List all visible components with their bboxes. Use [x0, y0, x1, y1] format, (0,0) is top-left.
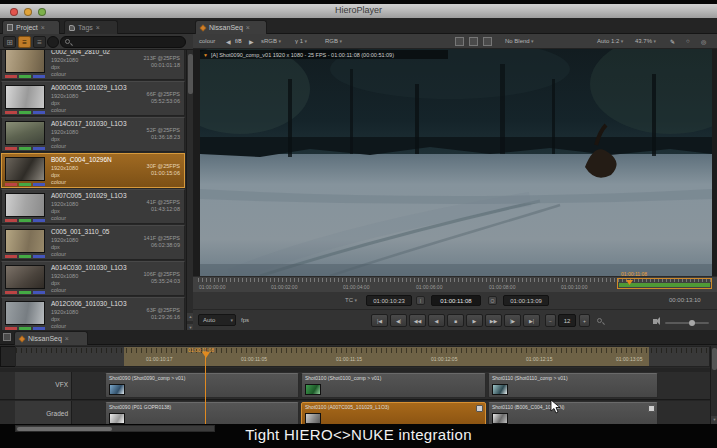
loupe-icon[interactable] — [597, 318, 602, 323]
timeline-clip-label: Shot0100 (Shot0100_comp > v01) — [305, 375, 381, 381]
roi-icon[interactable]: ○ — [686, 38, 690, 44]
proxy-select[interactable]: Auto 1:2 — [597, 38, 623, 44]
clip-name: A014C030_101030_L1O3 — [51, 264, 127, 271]
next-edit-button[interactable]: |▶ — [504, 314, 521, 327]
project-icon — [7, 24, 13, 31]
input-a-icon[interactable] — [455, 37, 464, 46]
wipe-compare-icon[interactable] — [469, 37, 478, 46]
input-b-icon[interactable] — [483, 37, 492, 46]
clip-item[interactable]: C005_001_3110_05 1920x1080dpxcolour 141F… — [1, 225, 185, 260]
tab-project[interactable]: Project × — [2, 20, 60, 34]
a-buffer-triangle-icon: ▼ — [203, 52, 208, 58]
list-view-button[interactable]: ≡ — [18, 36, 31, 48]
tab-viewer-nissanseq[interactable]: NissanSeq × — [195, 20, 267, 34]
timeline-scrollbar[interactable]: ▼ — [710, 346, 717, 426]
clip-name: A012C006_101030_L1O3 — [51, 300, 127, 307]
caption-text: Tight HIERO<>NUKE integration — [0, 426, 717, 443]
viewer-timeline-ruler[interactable]: 01:00:00:00 01:00:02:00 01:00:04:00 01:0… — [193, 276, 717, 292]
timeline-ruler[interactable]: 01:00:10:17 01:00:11:05 01:00:11:15 01:0… — [15, 346, 710, 367]
grid-view-button[interactable]: ⊞ — [3, 36, 16, 48]
colorspace-select[interactable]: sRGB — [261, 38, 281, 44]
clip-thumbnail — [5, 157, 45, 181]
tab-project-close-icon[interactable]: × — [41, 24, 45, 31]
timeline-clip[interactable]: Shot0100 (Shot0100_comp > v01) — [301, 373, 486, 398]
fast-forward-button[interactable]: ▶▶ — [485, 314, 502, 327]
viewer-image[interactable]: ▼ [A] Shot0090_comp_v01 1920 x 1080 - 25… — [200, 49, 712, 276]
set-in-button[interactable]: I — [416, 296, 425, 305]
tab-tags[interactable]: Tags × — [64, 20, 118, 34]
scroll-down-icon[interactable]: ▼ — [711, 416, 717, 424]
clip-microthumb — [492, 384, 508, 395]
detail-view-button[interactable]: ≡ — [33, 36, 46, 48]
ruler-ticks — [16, 348, 709, 353]
set-out-button[interactable]: O — [488, 296, 497, 305]
rgb-channels-icon — [5, 219, 45, 222]
viewer-toolbar: colour ◀ f/8 ▶ sRGB γ 1 RGB No Blend Aut… — [193, 34, 717, 49]
duration-label: 00:00:13:10 — [669, 297, 701, 303]
panel-layout-icon[interactable] — [3, 333, 11, 341]
goto-start-button[interactable]: |◀ — [371, 314, 388, 327]
window-titlebar: HieroPlayer — [0, 0, 717, 18]
playback-range[interactable] — [617, 278, 712, 289]
rgb-channels-icon — [5, 147, 45, 150]
snow-forest-frame — [200, 49, 712, 276]
soft-effect-badge-icon[interactable] — [648, 405, 655, 412]
out-point-field[interactable]: 01:00:13:09 — [503, 295, 549, 306]
filter-button[interactable] — [47, 36, 59, 48]
play-backward-button[interactable]: ◀ — [428, 314, 445, 327]
zoom-select[interactable]: 43.7% — [635, 38, 656, 44]
fps-select[interactable]: Auto — [198, 314, 236, 326]
timeline-clip-label: Shot0100 (A007C005_101029_L1O3) — [305, 404, 389, 410]
rewind-button[interactable]: ◀◀ — [409, 314, 426, 327]
gamma-control[interactable]: γ 1 — [295, 38, 307, 44]
clip-name: A000C005_101029_L1O3 — [51, 84, 127, 91]
search-input[interactable] — [60, 36, 186, 48]
clip-microthumb — [109, 384, 125, 395]
clip-item[interactable]: A014C017_101030_L1O3 1920x1080dpxcolour … — [1, 117, 185, 152]
volume-slider-handle[interactable] — [689, 320, 695, 326]
annotation-pencil-icon[interactable]: ✎ — [670, 38, 675, 45]
timeline-clip-label: Shot0090 (P01 GOPR0138) — [109, 404, 171, 410]
viewer-panel: NissanSeq × colour ◀ f/8 ▶ sRGB γ 1 RGB … — [193, 18, 717, 330]
channels-select[interactable]: RGB — [325, 38, 342, 44]
timeline-scrollbar-handle[interactable] — [712, 348, 717, 370]
prev-edit-button[interactable]: ◀| — [390, 314, 407, 327]
soft-effect-badge-icon[interactable] — [476, 405, 483, 412]
tag-icon — [69, 25, 75, 31]
current-frame-field[interactable]: 01:00:11:08 — [431, 295, 481, 306]
in-point-field[interactable]: 01:00:10:23 — [366, 295, 412, 306]
clip-meta: 1920x1080dpxcolour — [51, 57, 78, 78]
frame-step-field[interactable]: 12 — [558, 314, 576, 327]
volume-slider[interactable] — [665, 322, 709, 324]
goto-end-button[interactable]: ▶| — [523, 314, 540, 327]
blend-mode-select[interactable]: No Blend — [505, 38, 534, 44]
timeline-playhead-line[interactable] — [205, 356, 206, 424]
clip-thumbnail — [5, 193, 45, 217]
tab-tags-close-icon[interactable]: × — [96, 24, 100, 31]
step-increment-button[interactable]: + — [579, 314, 590, 327]
clip-item[interactable]: A007C005_101029_L1O3 1920x1080dpxcolour … — [1, 189, 185, 224]
stop-button[interactable]: ■ — [447, 314, 464, 327]
step-decrement-button[interactable]: − — [545, 314, 556, 327]
clip-item[interactable]: A014C030_101030_L1O3 1920x1080dpxcolour … — [1, 261, 185, 296]
gain-next-icon[interactable]: ▶ — [249, 38, 254, 45]
volume-icon[interactable] — [653, 319, 657, 324]
clip-microthumb — [305, 384, 321, 395]
clip-meta: 1920x1080dpxcolour — [51, 165, 78, 186]
gain-value[interactable]: f/8 — [235, 38, 242, 44]
bin-scrollbar[interactable]: ▲ ▼ — [186, 50, 193, 337]
tab-timeline-nissanseq[interactable]: NissanSeq × — [14, 331, 88, 345]
tab-timeline-close-icon[interactable]: × — [65, 335, 69, 342]
clip-item-selected[interactable]: B006_C004_10296N 1920x1080dpxcolour 30F … — [1, 153, 185, 188]
timeline-clip[interactable]: Shot0110 (Shot0110_comp > v01) — [488, 373, 658, 398]
timeline-clip[interactable]: Shot0090 (Shot0090_comp > v01) — [105, 373, 299, 398]
tc-mode-select[interactable]: TC — [345, 297, 357, 303]
tab-viewer-close-icon[interactable]: × — [246, 24, 250, 31]
play-button[interactable]: ▶ — [466, 314, 483, 327]
settings-gear-icon[interactable]: ◎ — [701, 38, 706, 45]
track-header[interactable]: VFX — [15, 372, 72, 399]
clip-item[interactable]: A000C005_101029_L1O3 1920x1080dpxcolour … — [1, 81, 185, 116]
gain-prev-icon[interactable]: ◀ — [226, 38, 231, 45]
clip-item[interactable]: C002_004_2810_02 1920x1080dpxcolour 213F… — [1, 50, 185, 80]
clip-duration: 66F @25FPS05:52:53:06 — [147, 91, 180, 105]
